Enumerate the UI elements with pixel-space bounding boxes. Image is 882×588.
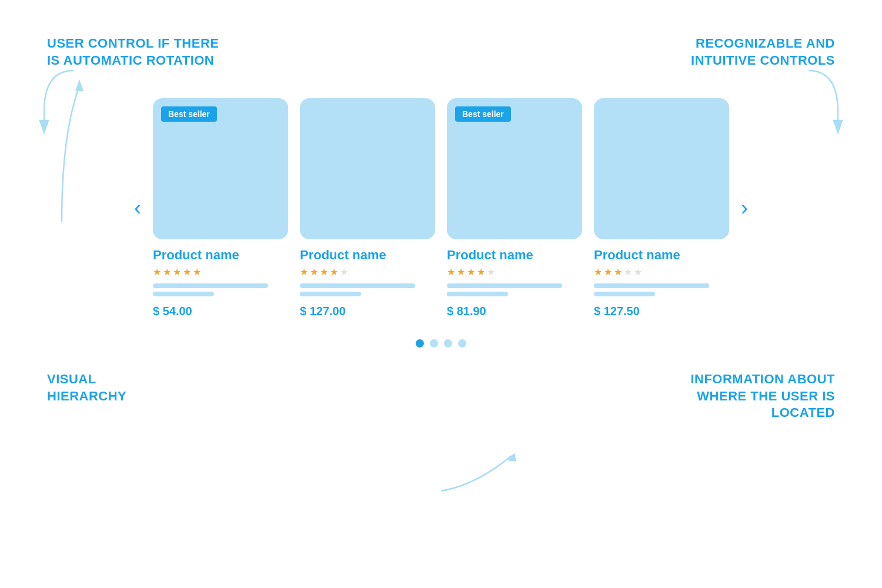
- product-name-1: Product name: [153, 248, 239, 263]
- top-left-label: USER CONTROL IF THERE IS AUTOMATIC ROTAT…: [47, 35, 235, 69]
- price-line-short-4: [594, 292, 655, 296]
- product-name-4: Product name: [594, 248, 680, 263]
- product-image-4: [594, 98, 729, 239]
- stars-4: ★ ★ ★ ★ ★: [594, 266, 642, 278]
- products-row: Best seller Product name ★ ★ ★ ★ ★ $ 54.…: [153, 98, 729, 318]
- star-icon: ★: [310, 266, 318, 278]
- stars-3: ★ ★ ★ ★ ★: [447, 266, 495, 278]
- product-card: Best seller Product name ★ ★ ★ ★ ★ $ 54.…: [153, 98, 288, 318]
- top-labels: USER CONTROL IF THERE IS AUTOMATIC ROTAT…: [0, 0, 882, 69]
- star-icon: ★: [614, 266, 622, 278]
- price-lines-3: [447, 283, 582, 296]
- product-name-2: Product name: [300, 248, 386, 263]
- product-price-3: $ 81.90: [447, 305, 486, 318]
- star-icon: ★: [457, 266, 465, 278]
- best-seller-badge-3: Best seller: [455, 106, 511, 122]
- product-image-2: [300, 98, 435, 239]
- prev-button[interactable]: ‹: [122, 190, 153, 226]
- product-card: Product name ★ ★ ★ ★ ★ $ 127.50: [594, 98, 729, 318]
- star-icon: ★: [320, 266, 328, 278]
- product-name-3: Product name: [447, 248, 533, 263]
- price-line-short-1: [153, 292, 214, 296]
- star-icon: ★: [173, 266, 181, 278]
- price-line-long-2: [300, 283, 415, 288]
- price-line-short-2: [300, 292, 361, 296]
- page: USER CONTROL IF THERE IS AUTOMATIC ROTAT…: [0, 0, 882, 588]
- product-price-2: $ 127.00: [300, 305, 346, 318]
- arrow-dots-icon: [429, 450, 523, 497]
- dot-2[interactable]: [430, 339, 438, 348]
- star-icon: ★: [300, 266, 308, 278]
- dot-1[interactable]: [416, 339, 424, 348]
- bottom-labels: VISUAL HIERARCHY INFORMATION ABOUT WHERE…: [0, 353, 882, 422]
- product-card: Product name ★ ★ ★ ★ ★ $ 127.00: [300, 98, 435, 318]
- best-seller-badge-1: Best seller: [161, 106, 217, 122]
- top-right-label: RECOGNIZABLE AND INTUITIVE CONTROLS: [647, 35, 835, 69]
- star-empty-icon: ★: [340, 266, 348, 278]
- product-price-4: $ 127.50: [594, 305, 640, 318]
- arrow-left-side-icon: [32, 75, 91, 228]
- star-icon: ★: [153, 266, 161, 278]
- star-icon: ★: [163, 266, 171, 278]
- star-icon: ★: [193, 266, 201, 278]
- star-icon: ★: [594, 266, 602, 278]
- product-image-3: Best seller: [447, 98, 582, 239]
- star-empty-icon: ★: [624, 266, 632, 278]
- star-empty-icon: ★: [634, 266, 642, 278]
- star-icon: ★: [447, 266, 455, 278]
- bottom-right-label: INFORMATION ABOUT WHERE THE USER IS LOCA…: [647, 371, 835, 422]
- price-line-short-3: [447, 292, 508, 296]
- bottom-left-label: VISUAL HIERARCHY: [47, 371, 126, 422]
- price-lines-1: [153, 283, 288, 296]
- dots-row: [416, 339, 466, 348]
- dot-3[interactable]: [444, 339, 452, 348]
- star-icon: ★: [183, 266, 191, 278]
- price-lines-4: [594, 283, 729, 296]
- product-image-1: Best seller: [153, 98, 288, 239]
- dot-4[interactable]: [458, 339, 466, 348]
- price-line-long-1: [153, 283, 268, 288]
- star-icon: ★: [467, 266, 475, 278]
- product-price-1: $ 54.00: [153, 305, 192, 318]
- price-line-long-3: [447, 283, 562, 288]
- price-line-long-4: [594, 283, 709, 288]
- stars-1: ★ ★ ★ ★ ★: [153, 266, 201, 278]
- product-card: Best seller Product name ★ ★ ★ ★ ★ $ 81.…: [447, 98, 582, 318]
- stars-2: ★ ★ ★ ★ ★: [300, 266, 348, 278]
- price-lines-2: [300, 283, 435, 296]
- next-button[interactable]: ›: [729, 190, 760, 226]
- star-empty-icon: ★: [487, 266, 495, 278]
- star-icon: ★: [330, 266, 338, 278]
- star-icon: ★: [477, 266, 485, 278]
- carousel-wrapper: ‹ Best seller Product name ★ ★ ★ ★ ★: [0, 98, 882, 318]
- svg-marker-2: [75, 79, 83, 91]
- star-icon: ★: [604, 266, 612, 278]
